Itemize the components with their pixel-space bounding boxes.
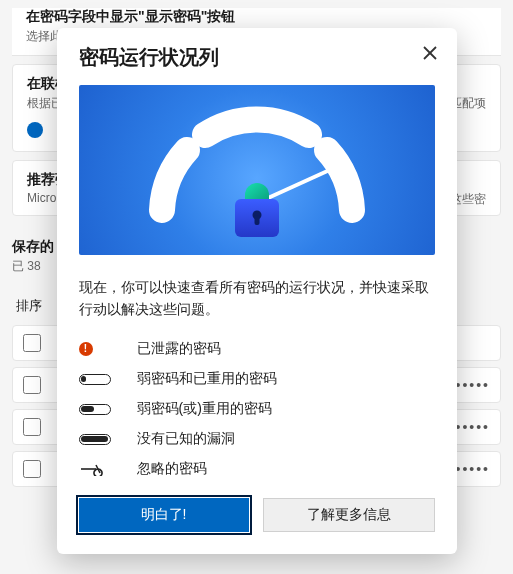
legend-label: 弱密码(或)重用的密码 <box>137 400 272 418</box>
modal-description: 现在，你可以快速查看所有密码的运行状况，并快速采取行动以解决这些问题。 <box>79 277 435 320</box>
learn-more-button[interactable]: 了解更多信息 <box>263 498 435 532</box>
legend-row-leaked: ! 已泄露的密码 <box>79 340 435 358</box>
legend-label: 已泄露的密码 <box>137 340 221 358</box>
legend-label: 忽略的密码 <box>137 460 207 478</box>
hero-image <box>79 85 435 255</box>
legend-label: 没有已知的漏洞 <box>137 430 235 448</box>
legend-row-no-vuln: 没有已知的漏洞 <box>79 430 435 448</box>
modal-title: 密码运行状况列 <box>79 44 435 71</box>
gauge-lock-icon <box>127 95 387 245</box>
ignore-icon <box>79 462 123 476</box>
password-health-modal: 密码运行状况列 <box>57 28 457 554</box>
legend-row-weak-or-reused: 弱密码(或)重用的密码 <box>79 400 435 418</box>
legend-row-weak-reused: 弱密码和已重用的密码 <box>79 370 435 388</box>
alert-icon: ! <box>79 342 93 356</box>
svg-rect-6 <box>254 215 259 225</box>
meter-full-icon <box>79 434 111 445</box>
legend-row-ignored: 忽略的密码 <box>79 460 435 478</box>
svg-line-2 <box>257 163 345 203</box>
meter-mid-icon <box>79 404 111 415</box>
got-it-button[interactable]: 明白了! <box>79 498 249 532</box>
close-button[interactable] <box>419 42 441 64</box>
legend: ! 已泄露的密码 弱密码和已重用的密码 弱密码(或)重用的密码 <box>79 340 435 478</box>
modal-overlay: 密码运行状况列 <box>0 0 513 574</box>
modal-buttons: 明白了! 了解更多信息 <box>79 498 435 532</box>
meter-low-icon <box>79 374 111 385</box>
close-icon <box>423 46 437 60</box>
legend-label: 弱密码和已重用的密码 <box>137 370 277 388</box>
